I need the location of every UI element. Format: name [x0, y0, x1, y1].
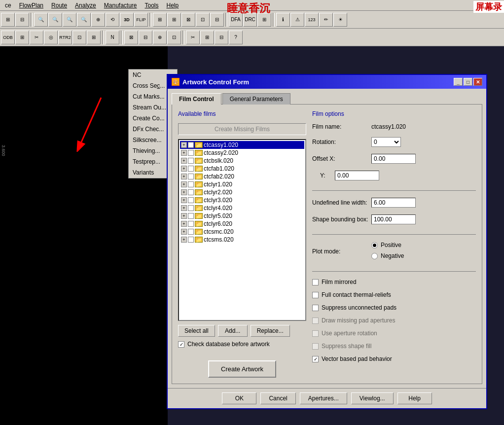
expand-icon-5[interactable]: +	[181, 181, 187, 187]
film-list-container[interactable]: + 📁 ctcassy1.020 + 📁 ctcassy2.020	[178, 139, 306, 321]
expand-icon-3[interactable]: +	[181, 166, 187, 172]
tb-btn-7[interactable]: ⊕	[91, 13, 105, 27]
expand-icon-11[interactable]: +	[181, 229, 187, 235]
film-checkbox-0[interactable]	[188, 142, 194, 148]
film-item-2[interactable]: + 📁 ctcbslk.020	[180, 157, 304, 165]
film-checkbox-4[interactable]	[188, 174, 194, 179]
menu-manufacture[interactable]: Manufacture	[100, 1, 141, 10]
menu-tools[interactable]: Tools	[141, 1, 162, 10]
film-item-10[interactable]: + 📁 ctclyr6.020	[180, 220, 304, 228]
film-checkbox-2[interactable]	[188, 158, 194, 164]
menu-help[interactable]: Help	[163, 1, 183, 10]
tb-btn-3[interactable]: 🔍	[34, 13, 48, 27]
tb-btn-4[interactable]: 🔍	[48, 13, 62, 27]
tb-btn-pencil[interactable]: ✏	[319, 13, 333, 27]
create-missing-films-button[interactable]: Create Missing Films	[178, 123, 306, 135]
expand-icon-4[interactable]: +	[181, 174, 187, 179]
tb-btn-2[interactable]: ⊟	[15, 13, 29, 27]
cb-film-mirrored[interactable]	[312, 279, 319, 285]
tb2-btn-6[interactable]: ⊡	[72, 31, 86, 44]
cb-full-contact[interactable]	[312, 292, 319, 298]
menu-ce[interactable]: ce	[1, 1, 15, 10]
tb2-btn-9[interactable]: ⊠	[124, 31, 138, 44]
cancel-button[interactable]: Cancel	[260, 392, 295, 404]
maximize-button[interactable]: □	[464, 78, 472, 86]
tb2-btn-13[interactable]: ✂	[186, 31, 200, 44]
film-checkbox-3[interactable]	[188, 166, 194, 172]
expand-icon-6[interactable]: +	[181, 189, 187, 195]
expand-icon-10[interactable]: +	[181, 221, 187, 227]
film-checkbox-12[interactable]	[188, 237, 194, 243]
cb-suppress-unconnected[interactable]	[312, 305, 319, 311]
film-checkbox-7[interactable]	[188, 197, 194, 203]
ok-button[interactable]: OK	[222, 392, 256, 404]
tb-btn-g2[interactable]: ⊞	[167, 13, 181, 27]
expand-icon-0[interactable]: +	[181, 142, 187, 148]
tb-btn-5[interactable]: 🔍	[63, 13, 76, 27]
expand-icon-7[interactable]: +	[181, 197, 187, 203]
select-all-button[interactable]: Select all	[178, 325, 215, 337]
film-item-9[interactable]: + 📁 ctclyr5.020	[180, 212, 304, 220]
expand-icon-8[interactable]: +	[181, 205, 187, 211]
menu-flowplan[interactable]: FlowPlan	[15, 1, 47, 10]
tb-btn-6[interactable]: 🔍	[77, 13, 91, 27]
tb2-btn-3[interactable]: ✂	[30, 31, 43, 44]
radio-positive[interactable]	[371, 242, 378, 248]
tb-btn-info[interactable]: ℹ	[276, 13, 290, 27]
rotation-select[interactable]: 0 90 180 270	[371, 137, 401, 147]
tb2-btn-7[interactable]: ⊞	[87, 31, 101, 44]
film-item-11[interactable]: + 📁 ctcsmc.020	[180, 228, 304, 236]
minimize-button[interactable]: _	[454, 78, 463, 86]
film-checkbox-6[interactable]	[188, 189, 194, 195]
tb2-btn-1[interactable]: ODB	[1, 31, 15, 44]
replace-button[interactable]: Replace...	[251, 325, 290, 337]
cb-vector-pad[interactable]	[312, 356, 319, 362]
expand-icon-9[interactable]: +	[181, 213, 187, 219]
undef-line-input[interactable]	[371, 198, 416, 208]
tb2-btn-14[interactable]: ⊞	[200, 31, 214, 44]
expand-icon-2[interactable]: +	[181, 158, 187, 164]
tb2-btn-11[interactable]: ⊕	[153, 31, 167, 44]
tb-btn-3d[interactable]: 3D	[120, 13, 134, 27]
expand-icon-1[interactable]: +	[181, 150, 187, 156]
tb2-btn-8[interactable]: N	[106, 31, 119, 44]
create-artwork-button[interactable]: Create Artwork	[208, 360, 276, 378]
offset-x-input[interactable]	[371, 154, 416, 164]
radio-negative[interactable]	[371, 253, 378, 259]
tb-btn-num[interactable]: 123	[305, 13, 319, 27]
film-item-4[interactable]: + 📁 ctcfab2.020	[180, 173, 304, 180]
film-item-12[interactable]: + 📁 ctcsms.020	[180, 236, 304, 244]
tb2-btn-4[interactable]: ◎	[44, 31, 58, 44]
check-database-checkbox[interactable]	[178, 341, 184, 348]
close-button[interactable]: ✕	[473, 78, 482, 86]
menu-route[interactable]: Route	[47, 1, 71, 10]
tb2-btn-2[interactable]: ⊞	[15, 31, 29, 44]
tb2-btn-15[interactable]: ⊟	[215, 31, 228, 44]
film-item-1[interactable]: + 📁 ctcassy2.020	[180, 149, 304, 157]
film-checkbox-10[interactable]	[188, 221, 194, 227]
tb-btn-flip[interactable]: FLIP	[134, 13, 148, 27]
film-item-6[interactable]: + 📁 ctclyr2.020	[180, 188, 304, 196]
film-item-5[interactable]: + 📁 ctclyr1.020	[180, 180, 304, 188]
tb2-btn-5[interactable]: RTR2	[58, 31, 72, 44]
film-checkbox-1[interactable]	[188, 150, 194, 156]
film-checkbox-5[interactable]	[188, 181, 194, 187]
tb-btn-g3[interactable]: ⊠	[181, 13, 195, 27]
film-checkbox-11[interactable]	[188, 229, 194, 235]
film-item-8[interactable]: + 📁 ctclyr4.020	[180, 204, 304, 212]
viewlog-button[interactable]: Viewlog...	[351, 392, 394, 404]
film-item-0[interactable]: + 📁 ctcassy1.020	[180, 141, 304, 149]
tb2-btn-12[interactable]: ⊡	[167, 31, 181, 44]
film-item-7[interactable]: + 📁 ctclyr3.020	[180, 196, 304, 204]
help-button[interactable]: Help	[397, 392, 432, 404]
tab-general-params[interactable]: General Parameters	[222, 93, 290, 105]
tb-btn-grid[interactable]: ⊞	[153, 13, 167, 27]
film-item-3[interactable]: + 📁 ctcfab1.020	[180, 165, 304, 173]
menu-analyze[interactable]: Analyze	[71, 1, 100, 10]
tb-btn-8[interactable]: ⟲	[106, 13, 119, 27]
film-checkbox-9[interactable]	[188, 213, 194, 219]
expand-icon-12[interactable]: +	[181, 237, 187, 243]
tb-btn-sun[interactable]: ☀	[333, 13, 347, 27]
tb-btn-g5[interactable]: ⊟	[210, 13, 224, 27]
film-checkbox-8[interactable]	[188, 205, 194, 211]
